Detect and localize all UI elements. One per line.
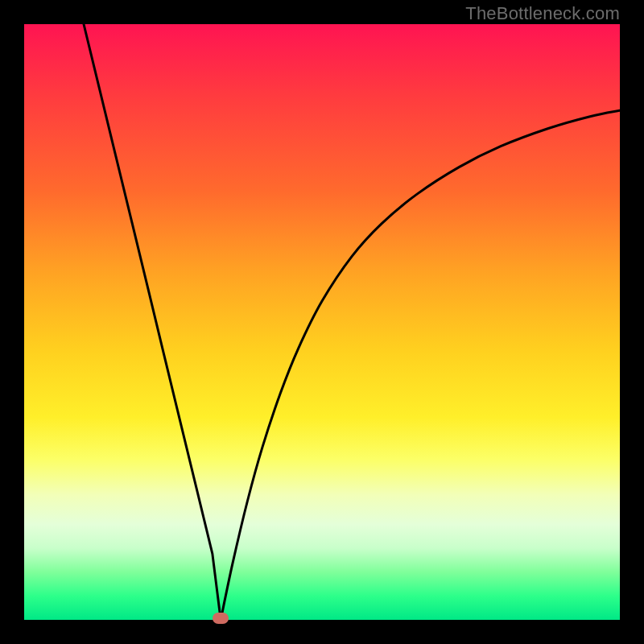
- optimum-marker: [213, 613, 229, 624]
- plot-area: [24, 24, 620, 620]
- chart-frame: TheBottleneck.com: [0, 0, 644, 644]
- bottleneck-curve: [24, 24, 620, 620]
- attribution-label: TheBottleneck.com: [465, 3, 620, 24]
